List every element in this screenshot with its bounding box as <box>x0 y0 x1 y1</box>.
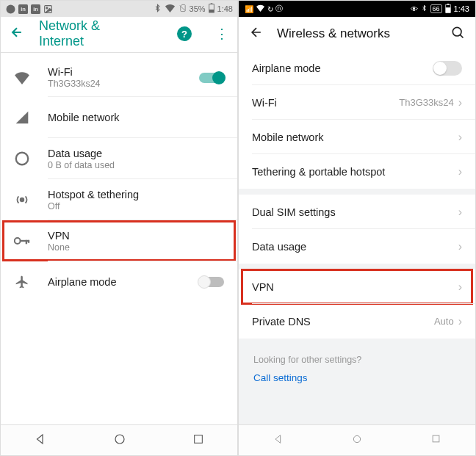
back-button[interactable] <box>249 25 264 43</box>
svg-point-6 <box>46 7 47 8</box>
wifi-icon <box>165 4 176 14</box>
row-sub: 0 B of data used <box>48 160 224 170</box>
nav-home-button[interactable] <box>351 433 363 448</box>
sync-icon: ↻ <box>267 5 273 13</box>
data-usage-icon <box>14 151 30 167</box>
no-sim-icon <box>178 3 187 15</box>
clock-text: 1:43 <box>454 4 469 13</box>
clock-text: 1:48 <box>217 4 233 13</box>
wifi-icon <box>14 70 30 86</box>
bluetooth-icon <box>421 4 428 14</box>
nfc-icon: ⓝ <box>275 4 283 14</box>
settings-body: Airplane mode Wi-Fi Th3G33ks24 › Mobile … <box>239 51 475 424</box>
hotspot-row[interactable]: Hotspot & tethering Off <box>1 179 237 220</box>
app-bar: Network & Internet ? ⋮ <box>1 17 237 51</box>
row-title: Airplane mode <box>252 62 321 74</box>
nav-home-button[interactable] <box>113 433 126 449</box>
tethering-row[interactable]: Tethering & portable hotspot › <box>239 154 475 189</box>
search-button[interactable] <box>450 25 465 43</box>
help-button[interactable]: ? <box>177 26 192 41</box>
row-title: Mobile network <box>48 112 224 123</box>
row-title: VPN <box>48 230 224 242</box>
phone-left: in in 35% 1:48 Network & Internet ? ⋮ Wi… <box>1 1 237 455</box>
group-2: Dual SIM settings › Data usage › <box>239 195 475 264</box>
signal-icon: 📶 <box>245 5 253 13</box>
svg-point-16 <box>115 435 124 444</box>
call-settings-link[interactable]: Call settings <box>253 372 461 383</box>
group-1: Airplane mode Wi-Fi Th3G33ks24 › Mobile … <box>239 51 475 189</box>
row-title: Tethering & portable hotspot <box>252 166 385 178</box>
spotify-icon <box>5 4 15 14</box>
row-title: Private DNS <box>252 316 311 327</box>
row-title: Mobile network <box>252 131 324 143</box>
wifi-icon <box>256 4 265 13</box>
wifi-toggle[interactable] <box>199 73 224 83</box>
app-bar: Wireless & networks <box>239 17 475 51</box>
svg-point-12 <box>15 238 21 244</box>
wifi-row[interactable]: Wi-Fi Th3G33ks24 › <box>239 85 475 120</box>
battery-icon <box>209 3 214 15</box>
mobile-network-row[interactable]: Mobile network <box>1 97 237 138</box>
group-3: VPN › Private DNS Auto › <box>239 269 475 339</box>
svg-rect-8 <box>209 10 214 12</box>
row-value: Th3G33ks24 <box>399 97 453 108</box>
private-dns-row[interactable]: Private DNS Auto › <box>239 304 475 339</box>
svg-point-22 <box>354 435 361 442</box>
bluetooth-icon <box>154 3 162 15</box>
svg-rect-13 <box>20 240 29 242</box>
dual-sim-row[interactable]: Dual SIM settings › <box>239 195 475 229</box>
airplane-row[interactable]: Airplane mode <box>239 51 475 85</box>
image-icon <box>43 4 53 14</box>
data-usage-row[interactable]: Data usage 0 B of data used <box>1 138 237 179</box>
data-usage-row[interactable]: Data usage › <box>239 229 475 264</box>
svg-rect-19 <box>445 7 450 12</box>
nav-bar <box>1 424 237 455</box>
chevron-right-icon: › <box>458 131 462 144</box>
nav-bar <box>239 424 475 455</box>
row-title: Dual SIM settings <box>252 206 336 218</box>
row-sub: None <box>48 242 224 253</box>
svg-rect-20 <box>447 4 449 4</box>
row-sub: Th3G33ks24 <box>48 79 199 89</box>
vpn-row[interactable]: VPN › <box>239 269 475 304</box>
row-sub: Off <box>48 201 224 211</box>
nav-recent-button[interactable] <box>430 433 441 447</box>
more-settings-box: Looking for other settings? Call setting… <box>239 344 475 397</box>
vpn-row[interactable]: VPN None <box>1 220 237 261</box>
row-title: VPN <box>252 281 274 293</box>
page-title: Network & Internet <box>39 18 148 49</box>
svg-point-11 <box>21 198 24 202</box>
status-bar: in in 35% 1:48 <box>1 1 237 17</box>
settings-list: Wi-Fi Th3G33ks24 Mobile network Data usa… <box>1 53 237 424</box>
airplane-toggle[interactable] <box>433 61 462 76</box>
airplane-toggle[interactable] <box>199 277 224 287</box>
phone-right: 📶 ↻ ⓝ 👁 66 1:43 Wireless & networks Airp… <box>239 1 475 455</box>
row-title: Wi-Fi <box>252 97 277 109</box>
svg-rect-9 <box>210 3 212 4</box>
chevron-right-icon: › <box>458 96 462 109</box>
row-title: Wi-Fi <box>48 66 199 78</box>
battery-icon <box>445 4 451 15</box>
airplane-icon <box>14 274 30 290</box>
page-title: Wireless & networks <box>277 26 390 41</box>
row-title: Data usage <box>48 148 224 159</box>
battery-text: 35% <box>190 4 206 13</box>
mobile-network-row[interactable]: Mobile network › <box>239 120 475 154</box>
chevron-right-icon: › <box>458 240 462 253</box>
nav-back-button[interactable] <box>34 433 47 449</box>
svg-point-0 <box>6 4 15 13</box>
chevron-right-icon: › <box>458 206 462 219</box>
airplane-row[interactable]: Airplane mode <box>1 261 237 303</box>
nav-back-button[interactable] <box>273 433 284 448</box>
nav-recent-button[interactable] <box>192 433 204 448</box>
hotspot-icon <box>14 192 30 208</box>
svg-text:in: in <box>33 6 38 12</box>
status-bar: 📶 ↻ ⓝ 👁 66 1:43 <box>239 1 475 17</box>
more-button[interactable]: ⋮ <box>215 27 228 40</box>
chevron-right-icon: › <box>458 165 462 178</box>
wifi-row[interactable]: Wi-Fi Th3G33ks24 <box>1 53 237 97</box>
highlight-box <box>241 269 473 305</box>
row-title: Hotspot & tethering <box>48 189 224 200</box>
back-button[interactable] <box>10 25 24 43</box>
linkedin-icon: in <box>18 4 28 14</box>
